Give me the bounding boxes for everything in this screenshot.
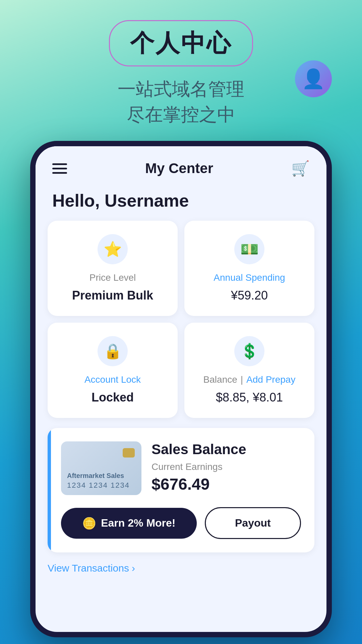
hamburger-line-1 [52,163,67,165]
user-icon: 👤 [302,68,325,90]
cart-icon[interactable]: 🛒 [291,160,310,177]
chinese-subtitle: 一站式域名管理 尽在掌控之中 [118,76,244,127]
annual-spending-value: ¥59.20 [231,288,268,303]
sales-balance-title: Sales Balance [152,441,301,458]
dollar-icon: 💲 [240,342,259,360]
account-lock-icon-circle: 🔒 [98,336,128,366]
star-icon: ⭐ [104,240,122,258]
card-visual-label: Aftermarket Sales [67,472,135,480]
sales-balance-section: Aftermarket Sales 1234 1234 1234 Sales B… [48,428,314,552]
balance-icon-circle: 💲 [234,336,264,366]
sales-info: Sales Balance Current Earnings $676.49 [152,441,301,493]
price-level-card[interactable]: ⭐ Price Level Premium Bulk [48,221,178,316]
price-level-value: Premium Bulk [72,288,153,303]
account-lock-card[interactable]: 🔒 Account Lock Locked [48,323,178,418]
add-prepay-label[interactable]: Add Prepay [246,374,295,385]
balance-plain-label: Balance [203,374,237,385]
account-lock-label: Account Lock [84,374,141,385]
balance-value: $8.85, ¥8.01 [216,390,283,405]
balance-label-row: Balance | Add Prepay [203,374,296,385]
annual-spending-label: Annual Spending [214,272,285,283]
sales-buttons: 🪙 Earn 2% More! Payout [61,507,301,539]
coin-stack-icon: 🪙 [82,517,96,530]
current-earnings-value: $676.49 [152,475,301,493]
account-lock-value: Locked [92,390,134,405]
avatar[interactable]: 👤 [295,60,332,97]
app-header: My Center 🛒 [36,146,326,184]
sales-top-row: Aftermarket Sales 1234 1234 1234 Sales B… [61,441,301,495]
payment-card-visual: Aftermarket Sales 1234 1234 1234 [61,441,141,495]
payout-label: Payout [235,517,271,529]
sales-left-bar [48,428,51,552]
view-transactions-text[interactable]: View Transactions [48,562,129,574]
earn-more-button[interactable]: 🪙 Earn 2% More! [61,508,197,539]
view-transactions-row[interactable]: View Transactions › [36,552,326,574]
chinese-title: 个人中心 [130,30,232,56]
balance-pipe: | [241,374,243,385]
title-oval: 个人中心 [109,20,253,66]
balance-card[interactable]: 💲 Balance | Add Prepay $8.85, ¥8.01 [184,323,314,418]
annual-spending-icon-circle: 💵 [234,234,264,264]
money-edit-icon: 💵 [240,240,259,258]
chevron-right-icon: › [132,562,135,574]
payout-button[interactable]: Payout [205,507,301,539]
current-earnings-label: Current Earnings [152,462,301,472]
price-level-icon-circle: ⭐ [98,234,128,264]
hamburger-menu[interactable] [52,163,67,174]
header-title: My Center [145,160,213,176]
greeting: Hello, Username [36,184,326,221]
annual-spending-card[interactable]: 💵 Annual Spending ¥59.20 [184,221,314,316]
lock-icon: 🔒 [104,342,122,360]
earn-more-label: Earn 2% More! [101,517,175,529]
hamburger-line-2 [52,168,67,169]
card-visual-numbers: 1234 1234 1234 [67,481,135,490]
phone-mockup: My Center 🛒 Hello, Username ⭐ Price Leve… [30,141,332,637]
card-chip [123,448,135,458]
price-level-label: Price Level [89,272,136,283]
cards-grid: ⭐ Price Level Premium Bulk 💵 Annual Spen… [36,221,326,418]
hamburger-line-3 [52,172,67,174]
